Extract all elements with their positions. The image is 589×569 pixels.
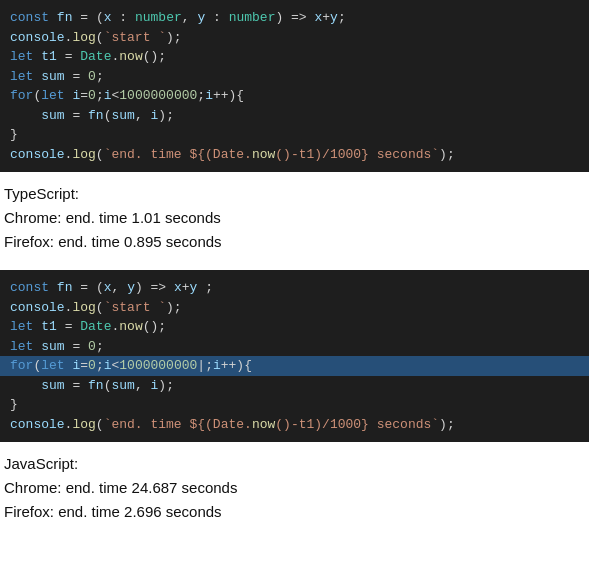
code-line-4: let sum = 0;	[10, 67, 579, 87]
typescript-firefox: Firefox: end. time 0.895 seconds	[4, 230, 585, 254]
code-line-5: for(let i=0;i<1000000000;i++){	[10, 86, 579, 106]
code-line-2: console.log(`start `);	[10, 28, 579, 48]
code-line-8: console.log(`end. time ${(Date.now()-t1)…	[10, 145, 579, 165]
js-code-line-5: for(let i=0;i<1000000000|;i++){	[0, 356, 589, 376]
js-code-line-3: let t1 = Date.now();	[10, 317, 579, 337]
js-code-line-7: }	[10, 395, 579, 415]
code-line-6: sum = fn(sum, i);	[10, 106, 579, 126]
typescript-code-block: const fn = (x : number, y : number) => x…	[0, 0, 589, 172]
js-code-line-6: sum = fn(sum, i);	[10, 376, 579, 396]
javascript-chrome: Chrome: end. time 24.687 seconds	[4, 476, 585, 500]
typescript-label: TypeScript:	[4, 182, 585, 206]
code-line-3: let t1 = Date.now();	[10, 47, 579, 67]
js-code-line-4: let sum = 0;	[10, 337, 579, 357]
js-code-line-8: console.log(`end. time ${(Date.now()-t1)…	[10, 415, 579, 435]
typescript-description: TypeScript: Chrome: end. time 1.01 secon…	[0, 172, 589, 270]
javascript-description: JavaScript: Chrome: end. time 24.687 sec…	[0, 442, 589, 540]
js-code-line-1: const fn = (x, y) => x+y ;	[10, 278, 579, 298]
code-line-1: const fn = (x : number, y : number) => x…	[10, 8, 579, 28]
js-code-line-2: console.log(`start `);	[10, 298, 579, 318]
code-line-7: }	[10, 125, 579, 145]
javascript-label: JavaScript:	[4, 452, 585, 476]
javascript-firefox: Firefox: end. time 2.696 seconds	[4, 500, 585, 524]
typescript-chrome: Chrome: end. time 1.01 seconds	[4, 206, 585, 230]
javascript-code-block: const fn = (x, y) => x+y ; console.log(`…	[0, 270, 589, 442]
